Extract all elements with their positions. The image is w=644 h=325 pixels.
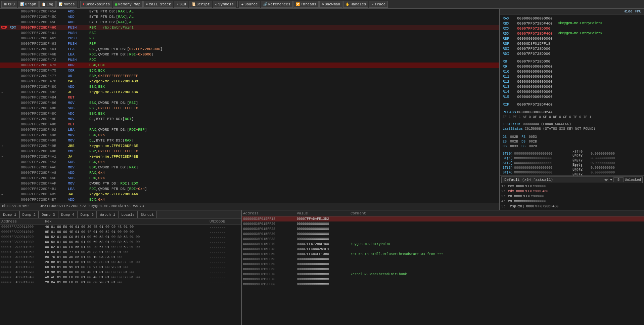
threads-button[interactable]: 🔀 Threads bbox=[293, 1, 319, 8]
call-stack-row[interactable]: 2:rdx 00007FF6728DF460 bbox=[501, 189, 643, 194]
stack-row[interactable]: 000000D8F015FF4800007FFADD0254F4 bbox=[242, 247, 644, 252]
stack-row[interactable]: 000000D8F015FF380000000000000000 bbox=[242, 237, 644, 242]
disasm-row[interactable]: 00007FF6728DF464LEARSI,QWORD PTR DS:[0x7… bbox=[0, 46, 499, 52]
disasm-row[interactable]: →00007FF6728DF49BJBEkeygen-me.7FF6728DF4… bbox=[0, 143, 499, 149]
disasm-row[interactable]: 00007FF6728DF496MOVECX,0x5 bbox=[0, 132, 499, 138]
graph-button[interactable]: 📊 Graph bbox=[18, 1, 39, 8]
disasm-row[interactable]: 00007FF6728DF45AADDBYTE PTR DS:[RAX],AL bbox=[0, 9, 499, 14]
cpu-button[interactable]: 🖥 CPU bbox=[1, 1, 17, 8]
disasm-row[interactable]: 00007FF6728DF4B7ADDECX,0x4 bbox=[0, 197, 499, 202]
disasm-row[interactable]: 00007FF6728DF4A6MOVEDX,DWORD PTR DS:[RAX… bbox=[0, 165, 499, 170]
disasm-row[interactable]: 00007FF6728DF48CADCEBX,EBX bbox=[0, 111, 499, 116]
snowman-button[interactable]: ❄ Snowman bbox=[319, 1, 342, 8]
disasm-row[interactable]: 00007FF6728DF492LEARAX,QWORD PTR DS:[RDI… bbox=[0, 127, 499, 132]
disasm-row[interactable]: 00007FF6728DF484RET bbox=[0, 95, 499, 100]
dump-row[interactable]: 00007FFADD011020D0 52 01 00 C0 54 01 00 … bbox=[0, 235, 241, 240]
disasm-row[interactable]: 00007FF6728DF4A8ADDRAX,0x4 bbox=[0, 170, 499, 175]
dump-row[interactable]: 00007FFADD0110108E 01 00 00 4E 01 00 4F … bbox=[0, 230, 241, 235]
stack-row[interactable]: 000000D8F015FF280000000000000000 bbox=[242, 227, 644, 232]
dump-tab[interactable]: Dump 1 bbox=[0, 211, 19, 218]
disasm-row[interactable]: 00007FF6728DF475XORECX,ECX bbox=[0, 68, 499, 73]
disasm-row[interactable]: 00007FF6728DF463PUSHRBP bbox=[0, 41, 499, 46]
script-button[interactable]: 📜 Script bbox=[189, 1, 212, 8]
stack-row[interactable]: 000000D8F015FF5000007FFADAFE1380return t… bbox=[242, 252, 644, 257]
disasm-row[interactable]: 00007FF6728DF45EADDBYTE PTR DS:[RAX],AL bbox=[0, 19, 499, 25]
references-button[interactable]: 🔗 References bbox=[261, 1, 293, 8]
call-stack-row[interactable]: 1:rcx 00007FF6728D000 bbox=[501, 184, 643, 189]
dump-tab[interactable]: Dump 2 bbox=[19, 211, 39, 218]
frame-count-input[interactable] bbox=[613, 177, 624, 182]
call-stack-row[interactable]: 3:r8 00007FF6728D000 bbox=[501, 194, 643, 199]
dump-row[interactable]: 00007FFADD01100046 01 00 E0 49 01 00 30 … bbox=[0, 225, 241, 230]
disasm-row[interactable]: 00007FF6728DF4B1LEARDI,QWORD PTR DS:[RDI… bbox=[0, 186, 499, 192]
disasm-row[interactable]: 00007FF6728DF488SUBRSI,0xFFFFFFFFFFFFFFF… bbox=[0, 106, 499, 111]
stack-rows[interactable]: 000000D8F015FF1800007FFADAFE13D2000000D8… bbox=[242, 216, 644, 325]
disasm-row[interactable]: 00007FF6728DF490RET bbox=[0, 122, 499, 127]
disasm-row[interactable]: 00007FF6728DF472PUSHRDI bbox=[0, 57, 499, 63]
stack-row[interactable]: 000000D8F015FF200000000000000000 bbox=[242, 221, 644, 227]
reg-value[interactable]: 0000000000000000 bbox=[517, 65, 553, 69]
dump-tab[interactable]: Locals bbox=[118, 211, 138, 218]
disasm-row[interactable]: 00007FF6728DF48EMOVDL,BYTE PTR DS:[RSI] bbox=[0, 116, 499, 122]
reg-value[interactable]: 0000000000000000 bbox=[517, 80, 553, 84]
reg-value[interactable]: 00007FF6728DF460 bbox=[517, 103, 553, 107]
disasm-content[interactable]: 00007FF6728DF45AADDBYTE PTR DS:[RAX],AL0… bbox=[0, 9, 499, 202]
dump-row[interactable]: 00007FFADD01103060 5A 01 00 00 60 01 00 … bbox=[0, 240, 241, 245]
disasm-row[interactable]: RIP RDX00007FF6728DF460PUSHRBXrbx:EntryP… bbox=[0, 25, 499, 30]
dump-tab[interactable]: Watch 1 bbox=[97, 211, 118, 218]
disasm-row[interactable]: 00007FF6728DF45CADDBYTE PTR DS:[RAX],AL bbox=[0, 14, 499, 19]
trace-button[interactable]: ↗ Trace bbox=[369, 1, 388, 8]
call-stack-button[interactable]: ≡ Call Stack bbox=[143, 1, 173, 8]
memory-map-button[interactable]: ▦ Memory Map bbox=[113, 1, 143, 8]
call-stack-row[interactable]: 5:[rsp+28] 00007FF6728DF460 bbox=[501, 204, 643, 209]
disasm-row[interactable]: 00007FF6728DF4AFMOVDWORD PTR DS:[RDI],ED… bbox=[0, 181, 499, 186]
disasm-row[interactable]: →00007FF6728DF4B5JAEkeygen-me.7FF6728DF4… bbox=[0, 192, 499, 197]
stack-row[interactable]: 000000D8F015FF300000000000000000 bbox=[242, 232, 644, 237]
dump-tab[interactable]: Dump 3 bbox=[39, 211, 58, 218]
symbols-button[interactable]: ◇ Symbols bbox=[213, 1, 236, 8]
hide-fpu-button[interactable]: Hide FPU bbox=[624, 9, 641, 13]
stack-row[interactable]: 000000D8F015FF580000000000000000 bbox=[242, 257, 644, 262]
seh-button[interactable]: ⚡ SEH bbox=[174, 1, 188, 8]
dump-row[interactable]: 00007FFADD011090E0 9B 01 00 00 00 00 A0 … bbox=[0, 270, 241, 275]
reg-value[interactable]: 0000000000000000 bbox=[517, 70, 553, 74]
dump-row[interactable]: 00007FFADD011060B0 76 01 00 A0 86 01 00 … bbox=[0, 255, 241, 260]
disasm-row[interactable]: 00007FF6728DF473XOREBX,EBX bbox=[0, 63, 499, 68]
log-button[interactable]: 📋 Log bbox=[39, 1, 56, 8]
stack-row[interactable]: 000000D8F015FF4000007FF6728DF460keygen-m… bbox=[242, 242, 644, 247]
stack-row[interactable]: 000000D8F015FF1800007FFADAFE13D2 bbox=[242, 216, 644, 221]
stack-row[interactable]: 000000D8F015FF600000000000000000 bbox=[242, 262, 644, 267]
dump-rows[interactable]: 00007FFADD01100046 01 00 E0 49 01 00 30 … bbox=[0, 225, 241, 325]
dump-row[interactable]: 00007FFADD0110B020 BA 01 00 E0 BE 01 00 … bbox=[0, 280, 241, 285]
reg-value[interactable]: 00007FF6728D000 bbox=[517, 47, 550, 51]
disasm-row[interactable]: 00007FF6728DF49DCMPRBP,0xFFFFFFFFFFFFFFF… bbox=[0, 149, 499, 154]
reg-value[interactable]: 00000D8F015FF18 bbox=[517, 42, 550, 46]
reg-value[interactable]: 0000000000000000 bbox=[517, 75, 553, 79]
disasm-row[interactable]: 00007FF6728DF477ORRBP,0XFFFFFFFFFFFFFFFF bbox=[0, 73, 499, 79]
disasm-row[interactable]: 00007FF6728DF47BCALLkeygen-me.7FF6728DF4… bbox=[0, 79, 499, 84]
reg-value[interactable]: 0000000000000000 bbox=[517, 95, 553, 99]
stack-row[interactable]: 000000D8F015FF700000000000000000kernel32… bbox=[242, 272, 644, 277]
source-button[interactable]: ◈ Source bbox=[239, 1, 260, 8]
stack-row[interactable]: 000000D8F015FF800000000000000000 bbox=[242, 282, 644, 287]
disasm-row[interactable]: 00007FF6728DF4ACSUBEDX,0x4 bbox=[0, 175, 499, 181]
dump-tab[interactable]: Dump 5 bbox=[77, 211, 97, 218]
stack-row[interactable]: 000000D8F015FF780000000000000000 bbox=[242, 277, 644, 282]
disasm-row[interactable]: 00007FF6728DF462PUSHRDI bbox=[0, 36, 499, 41]
notes-button[interactable]: 📝 Notes bbox=[56, 1, 77, 8]
call-stack-row[interactable]: 4:r9 0000000000000000 bbox=[501, 199, 643, 204]
stack-row[interactable]: 000000D8F015FF680000000000000000 bbox=[242, 267, 644, 272]
disasm-row[interactable]: 00007FF6728DF4A3SUBECX,0x4 bbox=[0, 159, 499, 165]
reg-value[interactable]: 00007FF6728D000 bbox=[517, 27, 550, 31]
dump-tab[interactable]: Dump 4 bbox=[58, 211, 78, 218]
reg-value[interactable]: 00007FF6728D000 bbox=[517, 52, 550, 56]
reg-value[interactable]: 0000000000000000 bbox=[517, 85, 553, 89]
call-stack-select[interactable]: Default (x64 fastcall) bbox=[503, 177, 609, 182]
reg-value[interactable]: 00007FF6728D000 bbox=[517, 59, 550, 64]
reg-value[interactable]: 0000000000000000 bbox=[517, 16, 553, 21]
disasm-row[interactable]: 00007FF6728DF461PUSHRSI bbox=[0, 30, 499, 36]
reg-value[interactable]: 0000000000000000 bbox=[517, 90, 553, 94]
dump-row[interactable]: 00007FFADD01107020 8B 01 00 F0 8B 01 00 … bbox=[0, 260, 241, 265]
dump-row[interactable]: 00007FFADD01108060 93 01 00 95 01 00 F0 … bbox=[0, 265, 241, 270]
handles-button[interactable]: ✋ Handles bbox=[343, 1, 368, 8]
